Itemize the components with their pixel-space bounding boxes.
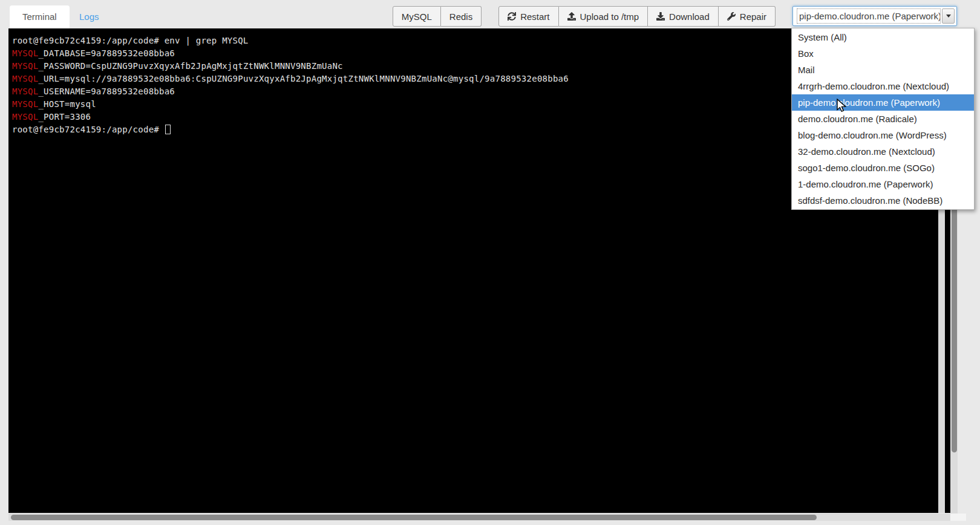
upload-icon (567, 12, 576, 21)
upload-button-label: Upload to /tmp (580, 11, 639, 22)
restart-button-label: Restart (520, 11, 549, 22)
dropdown-option[interactable]: Box (792, 45, 974, 62)
dropdown-option[interactable]: sdfdsf-demo.cloudron.me (NodeBB) (792, 192, 974, 209)
download-button[interactable]: Download (648, 6, 719, 27)
repair-button[interactable]: Repair (719, 6, 776, 27)
caret-down-icon[interactable] (942, 8, 955, 24)
dropdown-option[interactable]: demo.cloudron.me (Radicale) (792, 111, 974, 127)
dropdown-option[interactable]: sogo1-demo.cloudron.me (SOGo) (792, 160, 974, 176)
redis-button[interactable]: Redis (441, 6, 482, 27)
tab-logs[interactable]: Logs (67, 5, 112, 28)
app-select[interactable]: pip-demo.cloudron.me (Paperwork) (792, 6, 957, 26)
dropdown-option[interactable]: blog-demo.cloudron.me (WordPress) (792, 127, 974, 143)
download-button-label: Download (669, 11, 710, 22)
dropdown-option[interactable]: pip-demo.cloudron.me (Paperwork) (792, 94, 974, 111)
horizontal-scrollbar-thumb[interactable] (11, 515, 817, 520)
dropdown-option[interactable]: Mail (792, 62, 974, 78)
app-select-value: pip-demo.cloudron.me (Paperwork) (797, 8, 941, 24)
app-dropdown-list: System (All)BoxMail4rrgrh-demo.cloudron.… (791, 28, 975, 210)
action-button-group: Restart Upload to /tmp Download Repair (498, 6, 776, 27)
horizontal-scrollbar[interactable] (8, 514, 958, 521)
upload-button[interactable]: Upload to /tmp (559, 6, 648, 27)
dropdown-option[interactable]: 4rrgrh-demo.cloudron.me (Nextcloud) (792, 78, 974, 94)
toolbar: MySQL Redis Restart Upload to /tmp Downl… (393, 6, 957, 27)
dropdown-option[interactable]: 32-demo.cloudron.me (Nextcloud) (792, 143, 974, 160)
terminal-cursor (165, 125, 171, 134)
tab-terminal[interactable]: Terminal (10, 5, 70, 28)
header: Terminal Logs MySQL Redis Restart Upload… (0, 0, 980, 28)
mysql-button[interactable]: MySQL (393, 6, 441, 27)
repair-button-label: Repair (740, 11, 766, 22)
db-button-group: MySQL Redis (393, 6, 482, 27)
wrench-icon (727, 12, 736, 21)
download-icon (656, 12, 665, 21)
dropdown-option[interactable]: System (All) (792, 29, 974, 45)
restart-button[interactable]: Restart (498, 6, 558, 27)
dropdown-option[interactable]: 1-demo.cloudron.me (Paperwork) (792, 176, 974, 192)
scrollbar-corner (950, 514, 966, 521)
refresh-icon (508, 12, 516, 21)
